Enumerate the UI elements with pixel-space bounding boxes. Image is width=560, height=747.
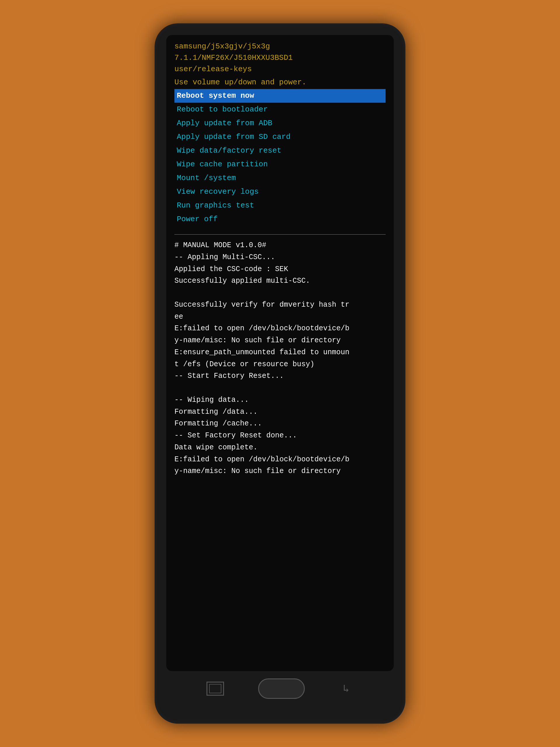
log-line-0: # MANUAL MODE v1.0.0#: [175, 240, 385, 251]
log-line-11: -- Start Factory Reset...: [175, 370, 385, 382]
back-icon: ↳: [343, 682, 349, 695]
log-line-19: y-name/misc: No such file or directory: [175, 466, 385, 477]
log-line-12: [175, 383, 385, 394]
log-line-1: -- Appling Multi-CSC...: [175, 252, 385, 263]
header-line3: user/release-keys: [175, 63, 385, 75]
menu-item-6[interactable]: Mount /system: [175, 171, 385, 185]
bottom-navigation-bar: ↳: [166, 671, 394, 706]
menu-item-1[interactable]: Reboot to bootloader: [175, 103, 385, 117]
log-line-14: Formatting /data...: [175, 407, 385, 418]
phone-screen: samsung/j5x3gjv/j5x3g 7.1.1/NMF26X/J510H…: [166, 35, 394, 671]
recents-icon: [209, 684, 221, 693]
log-line-4: [175, 287, 385, 299]
menu-item-4[interactable]: Wipe data/factory reset: [175, 144, 385, 158]
log-line-8: y-name/misc: No such file or directory: [175, 335, 385, 346]
log-line-7: E:failed to open /dev/block/bootdevice/b: [175, 323, 385, 334]
menu-item-2[interactable]: Apply update from ADB: [175, 117, 385, 130]
log-line-13: -- Wiping data...: [175, 394, 385, 406]
log-line-18: E:failed to open /dev/block/bootdevice/b: [175, 454, 385, 465]
log-line-15: Formatting /cache...: [175, 418, 385, 430]
log-line-5: Successfully verify for dmverity hash tr: [175, 300, 385, 311]
log-line-10: t /efs (Device or resource busy): [175, 359, 385, 370]
log-section: # MANUAL MODE v1.0.0#-- Appling Multi-CS…: [175, 240, 385, 478]
phone-device: samsung/j5x3gjv/j5x3g 7.1.1/NMF26X/J510H…: [155, 23, 405, 724]
instructions-line: Use volume up/down and power.: [175, 78, 385, 87]
header-info: samsung/j5x3gjv/j5x3g 7.1.1/NMF26X/J510H…: [175, 41, 385, 75]
menu-item-0[interactable]: Reboot system now: [175, 89, 385, 103]
header-line1: samsung/j5x3gjv/j5x3g: [175, 41, 385, 52]
menu-item-7[interactable]: View recovery logs: [175, 185, 385, 199]
log-line-6: ee: [175, 311, 385, 323]
recovery-menu: Reboot system nowReboot to bootloaderApp…: [175, 89, 385, 226]
menu-item-3[interactable]: Apply update from SD card: [175, 130, 385, 144]
log-line-16: -- Set Factory Reset done...: [175, 430, 385, 441]
menu-divider: [175, 234, 385, 235]
log-line-2: Applied the CSC-code : SEK: [175, 264, 385, 275]
menu-item-9[interactable]: Power off: [175, 212, 385, 226]
recents-button[interactable]: [207, 681, 224, 696]
back-button[interactable]: ↳: [339, 681, 353, 696]
menu-item-5[interactable]: Wipe cache partition: [175, 158, 385, 171]
log-line-9: E:ensure_path_unmounted failed to unmoun: [175, 347, 385, 358]
screen-content: samsung/j5x3gjv/j5x3g 7.1.1/NMF26X/J510H…: [166, 35, 394, 671]
home-button[interactable]: [258, 678, 305, 699]
log-line-3: Successfully applied multi-CSC.: [175, 276, 385, 287]
header-line2: 7.1.1/NMF26X/J510HXXU3BSD1: [175, 52, 385, 63]
log-line-17: Data wipe complete.: [175, 442, 385, 454]
menu-item-8[interactable]: Run graphics test: [175, 199, 385, 212]
